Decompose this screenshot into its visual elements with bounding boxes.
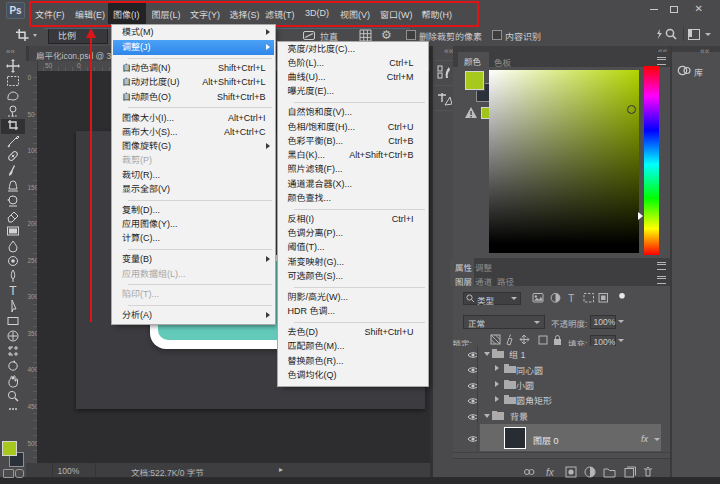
svg-text:T: T	[568, 292, 575, 304]
svg-text:fx: fx	[546, 467, 555, 478]
svg-text:T: T	[9, 284, 17, 298]
